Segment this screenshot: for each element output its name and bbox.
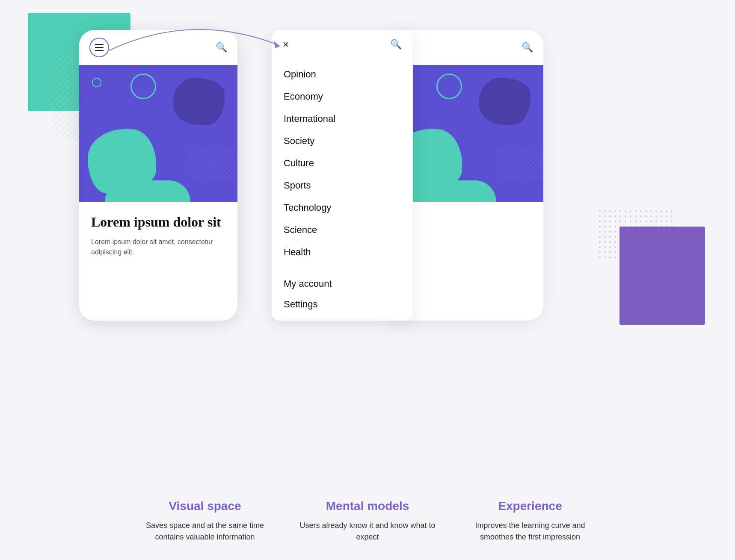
partial-hero-blob-dark [479, 78, 531, 125]
hero-hatch [190, 146, 237, 180]
bottom-features: Visual space Saves space and at the same… [0, 499, 735, 543]
feature-mental-models: Mental models Users already know it and … [286, 499, 449, 543]
nav-item-science[interactable]: Science [272, 219, 413, 241]
phone-content: Lorem ipsum dolor sit Lorem ipsum dolor … [79, 202, 237, 266]
svg-rect-6 [190, 146, 237, 180]
feature-visual-space-title: Visual space [136, 499, 273, 513]
feature-visual-space-desc: Saves space and at the same time contain… [136, 520, 273, 543]
hamburger-line-2 [95, 47, 104, 48]
drawer-header: × 🔍 [272, 30, 413, 59]
partial-article-text-1: et, [397, 214, 531, 225]
nav-item-economy[interactable]: Economy [272, 85, 413, 108]
svg-marker-4 [274, 41, 280, 48]
nav-drawer: × 🔍 Opinion Economy International Societ… [272, 30, 413, 321]
hero-blob-dark [173, 78, 225, 125]
feature-mental-models-desc: Users already know it and know what to e… [299, 520, 436, 543]
nav-item-settings[interactable]: Settings [272, 294, 413, 315]
partial-hero-wave-green [411, 180, 496, 202]
nav-divider [272, 263, 413, 274]
partial-article-text-2: t. [397, 225, 531, 237]
hero-circle-small [92, 78, 101, 87]
hero-wave-green [105, 180, 190, 202]
drawer-nav: Opinion Economy International Society Cu… [272, 59, 413, 319]
search-icon-drawer[interactable]: 🔍 [390, 39, 402, 50]
nav-item-sports[interactable]: Sports [272, 174, 413, 197]
nav-item-technology[interactable]: Technology [272, 197, 413, 219]
feature-visual-space: Visual space Saves space and at the same… [124, 499, 286, 543]
bg-purple-rect [619, 227, 705, 325]
svg-rect-8 [496, 146, 543, 180]
scene: 🔍 Lorem ipsum dolor sit [0, 0, 735, 560]
feature-mental-models-title: Mental models [299, 499, 436, 513]
nav-item-society[interactable]: Society [272, 130, 413, 152]
hamburger-line-1 [95, 44, 104, 45]
partial-hero-circle-large [436, 74, 462, 99]
feature-experience-title: Experience [462, 499, 599, 513]
nav-item-international[interactable]: International [272, 108, 413, 130]
hero-circle-large [130, 74, 156, 99]
feature-experience-desc: Improves the learning curve and smoothes… [462, 520, 599, 543]
feature-experience: Experience Improves the learning curve a… [449, 499, 611, 543]
nav-item-health[interactable]: Health [272, 241, 413, 263]
hamburger-line-3 [95, 50, 104, 51]
article-body: Lorem ipsum dolor sit amet, consectetur … [91, 237, 225, 257]
arrow-container [105, 21, 285, 61]
nav-item-opinion[interactable]: Opinion [272, 63, 413, 85]
partial-hero-hatch [496, 146, 543, 180]
article-title: Lorem ipsum dolor sit [91, 214, 225, 230]
nav-item-culture[interactable]: Culture [272, 152, 413, 174]
phone-hero-image [79, 65, 237, 202]
phone-mockup-left: 🔍 Lorem ipsum dolor sit [79, 30, 237, 321]
nav-item-my-account[interactable]: My account [272, 274, 413, 294]
search-icon-partial[interactable]: 🔍 [522, 42, 533, 53]
